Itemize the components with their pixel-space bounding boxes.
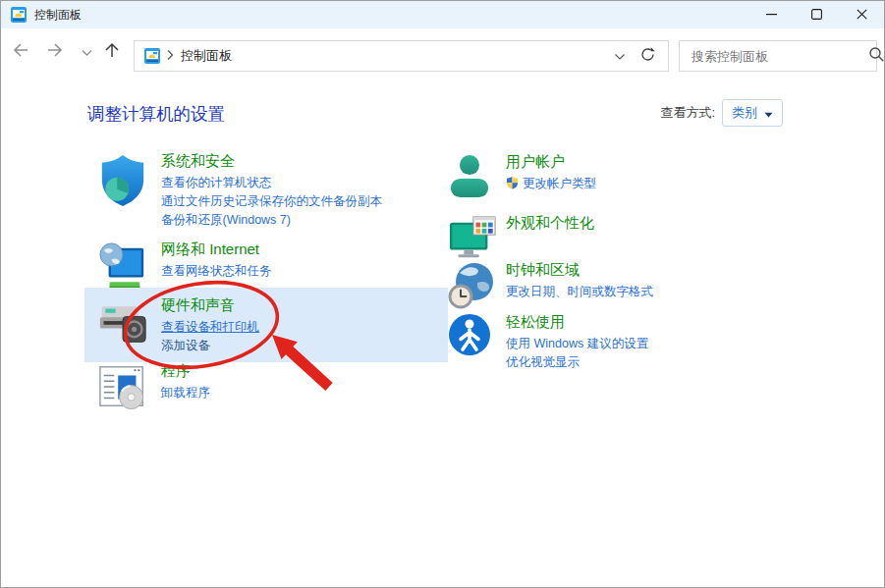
security-shield-icon[interactable] [98, 152, 147, 213]
link-uninstall-program[interactable]: 卸载程序 [161, 384, 210, 402]
category-user-accounts: 用户帐户 更改帐户类型 [434, 151, 596, 204]
close-button[interactable] [839, 1, 884, 28]
link-change-date-time-format[interactable]: 更改日期、时间或数字格式 [506, 283, 653, 301]
category-programs: 程序 卸载程序 [84, 360, 210, 415]
maximize-button[interactable] [794, 1, 839, 28]
maximize-icon [811, 6, 822, 24]
refresh-icon[interactable] [639, 46, 656, 67]
category-title-ease-of-access[interactable]: 轻松使用 [506, 311, 648, 332]
programs-cd-icon[interactable] [98, 362, 147, 415]
printer-speaker-icon[interactable] [98, 296, 147, 351]
back-button[interactable] [11, 42, 30, 62]
forward-button[interactable] [45, 42, 65, 62]
page-title: 调整计算机的设置 [87, 102, 225, 126]
control-panel-window: 控制面板 [0, 0, 885, 588]
dropdown-triangle-icon [764, 104, 773, 122]
view-by-dropdown[interactable]: 类别 [722, 99, 783, 127]
control-panel-icon [11, 7, 27, 23]
link-change-account-type[interactable]: 更改帐户类型 [523, 175, 596, 193]
minimize-icon [766, 6, 777, 24]
link-view-network-status[interactable]: 查看网络状态和任务 [161, 262, 272, 281]
globe-clock-icon[interactable] [448, 261, 497, 314]
window-title: 控制面板 [34, 7, 82, 24]
back-icon [12, 41, 29, 63]
link-suggested-settings[interactable]: 使用 Windows 建议的设置 [506, 335, 648, 353]
link-optimize-visual-display[interactable]: 优化视觉显示 [506, 353, 648, 372]
address-bar[interactable]: 控制面板 [134, 40, 669, 72]
chevron-down-icon [82, 43, 92, 61]
user-icon[interactable] [448, 153, 497, 204]
view-by-control: 查看方式: 类别 [660, 99, 783, 127]
category-clock-region: 时钟和区域 更改日期、时间或数字格式 [434, 259, 653, 314]
search-input[interactable] [680, 49, 868, 64]
category-hardware-sound: 硬件和声音 查看设备和打印机 添加设备 [84, 288, 448, 362]
recent-locations-button[interactable] [77, 42, 96, 62]
link-file-history-backup[interactable]: 通过文件历史记录保存你的文件备份副本 [161, 192, 382, 211]
category-title-hardware-sound[interactable]: 硬件和声音 [161, 294, 259, 315]
search-box[interactable] [679, 40, 877, 72]
ease-of-access-icon[interactable] [448, 313, 497, 360]
navigation-bar: 控制面板 [1, 28, 884, 76]
search-icon[interactable] [868, 46, 885, 67]
view-by-value: 类别 [732, 104, 757, 122]
control-panel-icon [144, 48, 160, 64]
category-title-system-security[interactable]: 系统和安全 [161, 150, 382, 171]
category-system-security: 系统和安全 查看你的计算机状态 通过文件历史记录保存你的文件备份副本 备份和还原… [84, 150, 382, 230]
uac-shield-icon [506, 176, 519, 193]
link-view-devices-printers[interactable]: 查看设备和打印机 [161, 318, 259, 337]
close-icon [857, 6, 867, 24]
category-title-appearance-personalization[interactable]: 外观和个性化 [506, 212, 594, 233]
category-ease-of-access: 轻松使用 使用 Windows 建议的设置 优化视觉显示 [434, 311, 648, 372]
view-by-label: 查看方式: [660, 104, 715, 122]
up-button[interactable] [102, 42, 122, 62]
breadcrumb-chevron-icon [166, 47, 174, 65]
forward-icon [46, 41, 64, 63]
link-backup-restore-win7[interactable]: 备份和还原(Windows 7) [161, 211, 382, 230]
address-dropdown-icon[interactable] [614, 47, 626, 65]
titlebar[interactable]: 控制面板 [1, 1, 884, 28]
link-add-device[interactable]: 添加设备 [161, 337, 259, 355]
category-title-user-accounts[interactable]: 用户帐户 [506, 151, 596, 172]
up-icon [103, 41, 121, 63]
category-title-network-internet[interactable]: 网络和 Internet [161, 239, 272, 259]
minimize-button[interactable] [748, 1, 794, 28]
breadcrumb[interactable]: 控制面板 [181, 47, 232, 65]
category-title-programs[interactable]: 程序 [161, 360, 210, 381]
link-view-computer-status[interactable]: 查看你的计算机状态 [161, 174, 382, 192]
category-title-clock-region[interactable]: 时钟和区域 [506, 259, 653, 280]
